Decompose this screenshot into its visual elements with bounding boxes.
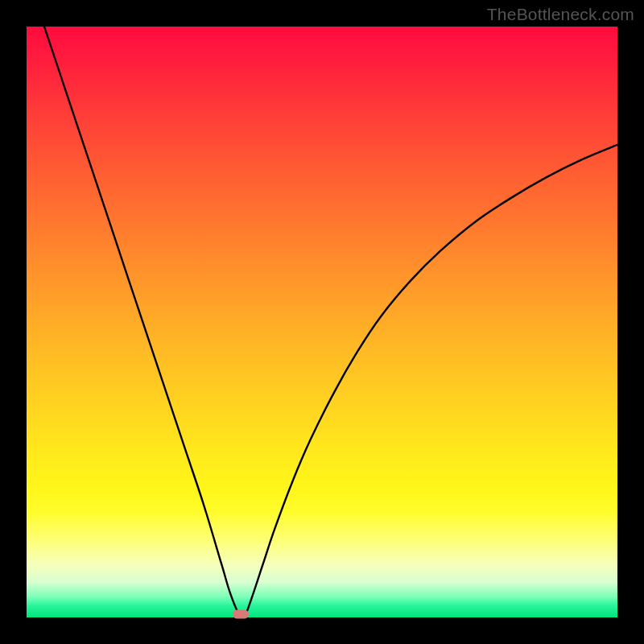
curve-layer [27,27,617,617]
plot-area [27,27,617,617]
optimum-marker [233,609,249,618]
watermark-text: TheBottleneck.com [487,5,634,24]
bottleneck-curve-path [44,27,617,617]
chart-frame: TheBottleneck.com [0,0,644,644]
